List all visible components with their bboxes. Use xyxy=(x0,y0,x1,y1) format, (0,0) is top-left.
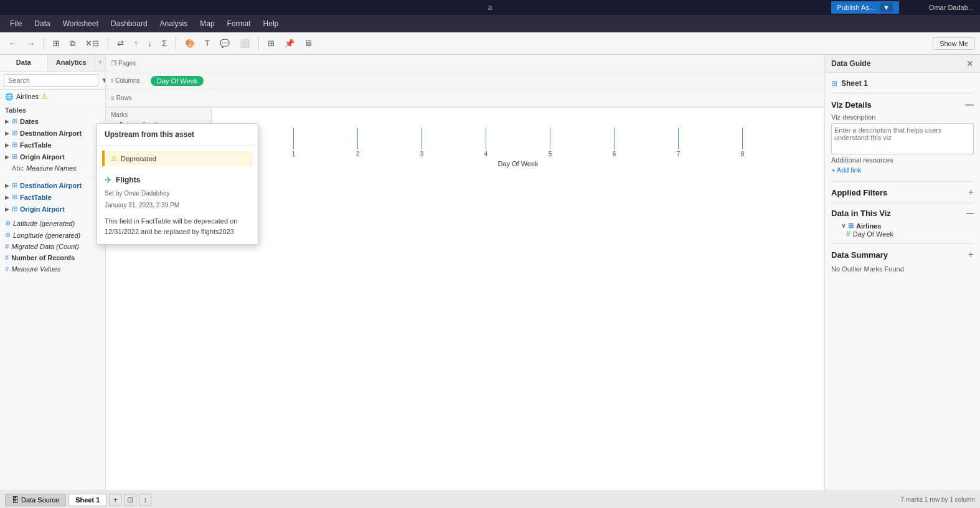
tick-5-label: 5 xyxy=(549,151,552,158)
shape-btn[interactable]: ⬜ xyxy=(236,35,253,52)
popup-header: Upstream from this asset xyxy=(97,124,258,146)
swap-button[interactable]: ⇄ xyxy=(113,35,128,52)
menu-file[interactable]: File xyxy=(5,17,27,31)
device-btn[interactable]: 🖥 xyxy=(301,35,316,52)
sort-asc-button[interactable]: ↑ xyxy=(130,35,142,52)
table-facttable-1[interactable]: ▶ ⊞ FactTable xyxy=(0,139,105,151)
tick-3: 3 xyxy=(420,128,424,158)
move-sheet-button[interactable]: ↕ xyxy=(139,494,151,506)
viz-desc-input[interactable] xyxy=(831,123,974,154)
menu-format[interactable]: Format xyxy=(222,17,256,31)
flights-name: Flights xyxy=(116,176,140,184)
table-dest-airport-1[interactable]: ▶ ⊞ Destination Airport xyxy=(0,127,105,139)
geo-lon-icon: ⊕ xyxy=(5,231,11,239)
data-summary-label: Data Summary xyxy=(831,250,888,260)
tick-2-label: 2 xyxy=(356,151,360,158)
tables-label: Tables xyxy=(0,104,105,115)
table-fact-label-1: FactTable xyxy=(20,141,52,149)
applied-filters-label: Applied Filters xyxy=(831,188,887,197)
data-in-viz-collapse[interactable]: — xyxy=(966,209,974,218)
duplicate-sheet-button[interactable]: ⊡ xyxy=(124,494,136,506)
right-panel-close[interactable]: ✕ xyxy=(966,59,974,68)
tab-analytics[interactable]: Analytics xyxy=(48,55,96,71)
duplicate-button[interactable]: ⧉ xyxy=(66,35,79,52)
table-dest-label-2: Destination Airport xyxy=(20,182,82,189)
records-label: Number of Records xyxy=(11,254,75,261)
chevron-airlines-icon[interactable]: ∨ xyxy=(841,222,846,229)
publish-button[interactable]: Publish As... ▼ xyxy=(831,1,899,14)
expand-origin-icon: ▶ xyxy=(5,154,9,160)
geo-lat-icon: ⊕ xyxy=(5,219,11,227)
table-origin2-icon: ⊞ xyxy=(12,205,17,213)
panel-tabs: Data Analytics › xyxy=(0,55,105,72)
sort-desc-button[interactable]: ↓ xyxy=(144,35,156,52)
menu-worksheet[interactable]: Worksheet xyxy=(58,17,103,31)
table-dest-airport-2[interactable]: ▶ ⊞ Destination Airport xyxy=(0,179,105,191)
panel-close[interactable]: › xyxy=(95,55,105,71)
new-sheet-button[interactable]: + xyxy=(109,494,121,506)
upstream-popup: Upstream from this asset ⚠ Deprecated ✈ … xyxy=(97,123,258,245)
tab-data[interactable]: Data xyxy=(0,55,48,71)
tick-7-label: 7 xyxy=(677,151,681,158)
table-origin-2[interactable]: ▶ ⊞ Origin Airport xyxy=(0,203,105,215)
table-measure-names[interactable]: ▶ Abc Measure Names xyxy=(0,162,105,174)
data-in-viz-section: Data in This Viz — ∨ ⊞ Airlines # Day Of… xyxy=(831,209,974,238)
right-panel: Data Guide ✕ ⊞ Sheet 1 Viz Details — Viz… xyxy=(824,55,980,491)
axis-label: Day Of Week xyxy=(224,160,812,167)
fix-axes-btn[interactable]: 📌 xyxy=(281,35,298,52)
menu-map[interactable]: Map xyxy=(195,17,219,31)
new-worksheet-button[interactable]: ⊞ xyxy=(49,35,64,52)
day-of-week-pill-label: Day Of Week xyxy=(157,77,197,85)
tick-3-label: 3 xyxy=(420,151,424,158)
viz-desc-label: Viz description xyxy=(831,113,974,121)
filter-icon[interactable]: ▼ xyxy=(101,76,106,85)
menu-bar: File Data Worksheet Dashboard Analysis M… xyxy=(0,15,980,32)
rows-shelf: ≡ Rows xyxy=(106,90,824,107)
lon-label: Longitude (generated) xyxy=(13,232,80,239)
warning-popup-icon: ⚠ xyxy=(111,154,117,162)
publish-dropdown-arrow[interactable]: ▼ xyxy=(880,2,893,12)
rows-icon: ≡ xyxy=(111,95,115,101)
hash-mv-icon: # xyxy=(5,265,9,273)
search-input[interactable] xyxy=(4,74,98,87)
aggregate-button[interactable]: Σ xyxy=(158,35,171,52)
tooltip-btn[interactable]: 💬 xyxy=(216,35,233,52)
sheet1-tab[interactable]: Sheet 1 xyxy=(68,494,106,506)
tick-1-label: 1 xyxy=(292,151,296,158)
additional-resources-label: Additional resources xyxy=(831,156,974,164)
redo-button[interactable]: → xyxy=(23,35,39,52)
viz-details-collapse[interactable]: — xyxy=(965,100,974,110)
table-facttable-2[interactable]: ▶ ⊞ FactTable xyxy=(0,191,105,203)
tick-4: 4 xyxy=(484,128,488,158)
undo-button[interactable]: ← xyxy=(5,35,21,52)
menu-analysis[interactable]: Analysis xyxy=(155,17,193,31)
expand-dest2-icon: ▶ xyxy=(5,182,9,189)
day-of-week-pill[interactable]: Day Of Week xyxy=(151,76,204,86)
popup-description: This field in FactTable will be deprecat… xyxy=(97,212,258,244)
deprecated-label: Deprecated xyxy=(121,155,156,162)
data-in-viz-header: Data in This Viz — xyxy=(831,209,974,218)
flights-item[interactable]: ✈ Flights xyxy=(97,171,258,189)
field-latitude: ⊕ Latitude (generated) xyxy=(0,217,105,229)
datasource-tab[interactable]: 🗄 Data Source xyxy=(5,494,66,506)
table-dates[interactable]: ▶ ⊞ Dates xyxy=(0,115,105,127)
menu-help[interactable]: Help xyxy=(258,17,284,31)
table-origin-1[interactable]: ▶ ⊞ Origin Airport xyxy=(0,151,105,162)
add-filter-button[interactable]: + xyxy=(968,187,974,198)
grid-btn[interactable]: ⊞ xyxy=(264,35,278,52)
tick-4-label: 4 xyxy=(484,151,488,158)
add-summary-button[interactable]: + xyxy=(968,249,974,260)
airlines-icon: ⊞ xyxy=(848,222,854,230)
status-text: 7 marks 1 row by 1 column xyxy=(901,496,976,503)
field-migrated: # Migrated Data (Count) xyxy=(0,241,105,252)
clear-button[interactable]: ✕⊟ xyxy=(82,35,103,52)
show-me-button[interactable]: Show Me xyxy=(933,37,975,50)
menu-data[interactable]: Data xyxy=(29,17,55,31)
popup-overlay: Upstream from this asset ⚠ Deprecated ✈ … xyxy=(97,123,258,245)
label-btn[interactable]: T xyxy=(201,35,214,52)
add-link-button[interactable]: + Add link xyxy=(831,166,861,174)
color-btn[interactable]: 🎨 xyxy=(181,35,199,52)
app-title: a xyxy=(488,3,492,12)
menu-dashboard[interactable]: Dashboard xyxy=(106,17,153,31)
right-panel-header: Data Guide ✕ xyxy=(825,55,980,73)
